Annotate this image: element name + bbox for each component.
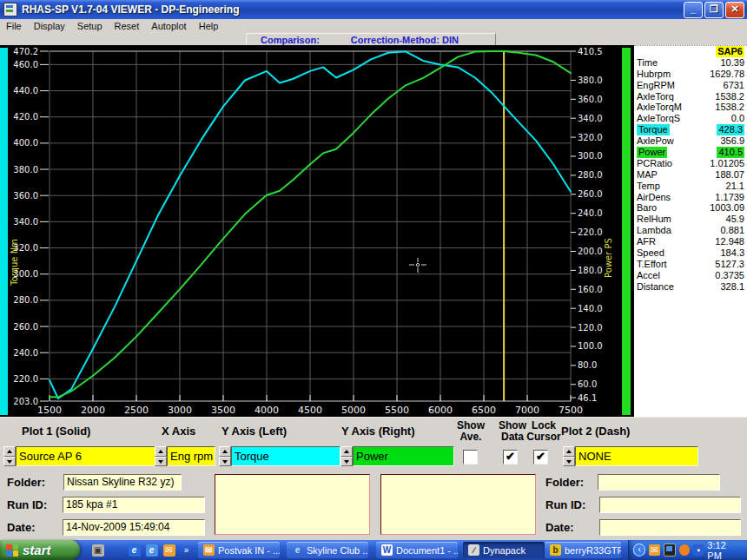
svg-text:2000: 2000 bbox=[81, 405, 105, 416]
yaxis-left-value[interactable]: Torque bbox=[231, 446, 340, 466]
word-document-icon: W bbox=[381, 544, 393, 556]
date2-label: Date: bbox=[545, 521, 574, 534]
comment-box-1[interactable] bbox=[215, 474, 370, 535]
svg-text:80.0: 80.0 bbox=[578, 360, 597, 370]
spinner-down-icon[interactable] bbox=[155, 457, 167, 467]
menu-file[interactable]: File bbox=[0, 21, 28, 31]
dyno-chart-icon: ∕ bbox=[468, 544, 479, 556]
spinner-up-icon[interactable] bbox=[340, 446, 353, 457]
svg-text:260.0: 260.0 bbox=[13, 322, 38, 332]
plot2-heading: Plot 2 (Dash) bbox=[561, 425, 630, 438]
comparison-label: Comparison: bbox=[261, 35, 320, 45]
taskbar-button-1[interactable]: e Skyline Club ... bbox=[287, 542, 368, 558]
minimize-button[interactable]: _ bbox=[684, 2, 703, 18]
lock-cursor-checkbox[interactable]: ✔ bbox=[533, 450, 548, 464]
data-row-teffort: T.Effort5127.3 bbox=[634, 259, 747, 270]
windows-flag-icon bbox=[6, 544, 18, 557]
spinner-up-icon[interactable] bbox=[219, 446, 231, 457]
folder2-field[interactable] bbox=[598, 474, 720, 491]
plot2-value[interactable]: NONE bbox=[575, 446, 698, 466]
spinner-up-icon[interactable] bbox=[155, 446, 167, 457]
show-ave-checkbox[interactable] bbox=[463, 450, 478, 464]
yaxis-right-value[interactable]: Power bbox=[353, 446, 454, 466]
browser-quicklaunch-icon[interactable]: e bbox=[127, 543, 142, 557]
spinner-up-icon[interactable] bbox=[563, 446, 575, 457]
plot-background bbox=[0, 45, 634, 417]
tray-display-icon[interactable] bbox=[664, 544, 676, 557]
menu-reset[interactable]: Reset bbox=[109, 21, 146, 31]
yaxis-right-heading: Y Axis (Right) bbox=[341, 425, 415, 438]
tool-row: Comparison: Correction-Method: DIN bbox=[0, 33, 747, 45]
spinner-up-icon[interactable] bbox=[3, 446, 16, 457]
svg-text:4000: 4000 bbox=[255, 405, 279, 416]
start-label: start bbox=[23, 543, 51, 557]
date-field[interactable]: 14-Nov-2009 15:49:04 bbox=[63, 519, 205, 536]
lock-cursor-label: LockCursor bbox=[521, 420, 566, 443]
menu-display[interactable]: Display bbox=[28, 21, 71, 31]
taskbar-button-4[interactable]: b berryR33GTR... bbox=[545, 542, 621, 558]
plot1-selector[interactable]: Source AP 6 bbox=[3, 446, 173, 466]
quicklaunch-overflow-chevron-icon[interactable]: » bbox=[179, 543, 194, 557]
runid2-label: Run ID: bbox=[545, 498, 585, 511]
menu-autoplot[interactable]: Autoplot bbox=[145, 21, 192, 31]
spinner-down-icon[interactable] bbox=[340, 457, 353, 467]
run-header: SAP6 bbox=[634, 46, 747, 57]
menu-help[interactable]: Help bbox=[193, 21, 225, 31]
runid-field[interactable]: 185 kpa #1 bbox=[63, 497, 205, 513]
data-row-temp: Temp21.1 bbox=[634, 181, 747, 192]
left-axis-color-strip bbox=[0, 48, 8, 415]
data-row-accel: Accel0.3735 bbox=[634, 270, 747, 281]
plot1-value[interactable]: Source AP 6 bbox=[16, 446, 173, 466]
spinner-down-icon[interactable] bbox=[563, 457, 575, 467]
svg-text:440.0: 440.0 bbox=[13, 86, 38, 96]
internet-explorer-icon: e bbox=[292, 544, 303, 556]
yaxis-right-selector[interactable]: Power bbox=[340, 446, 454, 466]
svg-text:60.0: 60.0 bbox=[578, 379, 597, 389]
menu-setup[interactable]: Setup bbox=[71, 21, 109, 31]
plot2-selector[interactable]: NONE bbox=[563, 446, 698, 466]
show-desktop-icon[interactable]: ▣ bbox=[90, 543, 105, 557]
svg-text:410.5: 410.5 bbox=[578, 47, 603, 56]
menu-bar: FileDisplaySetupResetAutoplotHelp bbox=[0, 19, 747, 34]
svg-text:3500: 3500 bbox=[211, 405, 235, 416]
comment-box-2[interactable] bbox=[380, 474, 536, 535]
folder-field[interactable]: Nissan Skyline R32 yz) bbox=[63, 474, 182, 491]
taskbar-clock: 3:12 PM bbox=[707, 540, 747, 560]
svg-text:5500: 5500 bbox=[385, 405, 409, 416]
runid2-field[interactable] bbox=[599, 497, 741, 513]
hide-tray-chevron-icon[interactable]: ‹ bbox=[633, 544, 645, 557]
date2-field[interactable] bbox=[599, 519, 741, 536]
spinner-down-icon[interactable] bbox=[3, 457, 16, 467]
start-button[interactable]: start bbox=[0, 540, 80, 560]
taskbar-button-2[interactable]: W Document1 - ... bbox=[376, 542, 458, 558]
xaxis-value[interactable]: Eng rpm bbox=[167, 446, 215, 466]
xaxis-selector[interactable]: Eng rpm bbox=[155, 446, 215, 466]
spinner-down-icon[interactable] bbox=[219, 457, 231, 467]
data-row-afr: AFR12.948 bbox=[634, 236, 747, 247]
restore-button[interactable]: ❐ bbox=[704, 2, 724, 18]
yaxis-left-selector[interactable]: Torque bbox=[219, 446, 340, 466]
show-data-checkbox[interactable]: ✔ bbox=[503, 450, 518, 464]
app-icon bbox=[3, 3, 17, 16]
svg-text:260.0: 260.0 bbox=[578, 189, 603, 199]
tray-mail-icon[interactable]: ✉ bbox=[649, 544, 659, 556]
data-row-baro: Baro1003.09 bbox=[634, 202, 747, 214]
data-row-distance: Distance328.1 bbox=[634, 281, 747, 293]
close-button[interactable]: ✕ bbox=[725, 2, 744, 18]
data-row-axletorqm: AxleTorqM1538.2 bbox=[634, 102, 747, 113]
mail-quicklaunch-icon[interactable]: ✉ bbox=[162, 543, 176, 557]
taskbar-button-3[interactable]: ∕ Dynapack bbox=[463, 542, 545, 558]
mail-icon: ✉ bbox=[203, 544, 215, 556]
svg-text:5000: 5000 bbox=[341, 405, 366, 416]
tray-clock-icon[interactable] bbox=[679, 544, 690, 556]
svg-text:220.0: 220.0 bbox=[13, 374, 38, 384]
data-row-lambda: Lambda0.881 bbox=[634, 225, 747, 236]
svg-text:4500: 4500 bbox=[298, 405, 322, 416]
dyno-chart[interactable]: 470.2460.0440.0420.0400.0380.0360.0340.0… bbox=[0, 45, 634, 417]
internet-quicklaunch-icon[interactable]: e bbox=[144, 543, 159, 557]
taskbar-button-0[interactable]: ✉ Postvak IN - ... bbox=[198, 542, 280, 558]
runid-label: Run ID: bbox=[7, 498, 47, 511]
tray-user-icon[interactable]: ▪ bbox=[693, 544, 704, 556]
svg-text:280.0: 280.0 bbox=[578, 170, 603, 180]
desktop: RHAS-SP V1.7-04 VIEWER - DP-Engineering … bbox=[0, 0, 747, 560]
